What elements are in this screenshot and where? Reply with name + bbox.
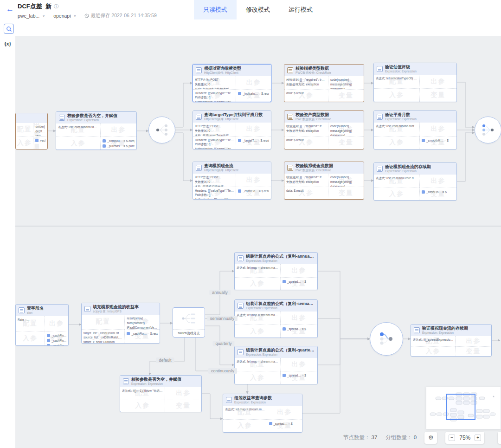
node-body: 配置表达式: use cn.hutool.core.date…出参入参变量_ca… [374,175,456,200]
tab-read-mode[interactable]: 只读模式 [194,0,237,19]
node-header-text: 验证模拟现金流的存续期Expression: Expression [385,164,431,173]
variable-tag: _smoothM… = $ [422,138,455,143]
quadrant-watermark: 变量 [328,90,364,102]
flow-node[interactable]: 组装收益率查询参数Expression: Expression配置表达式: le… [223,394,302,433]
flow-node[interactable]: 组装计算点差的公式（复利-quarterly）Expression: Expre… [234,346,318,384]
variable-tag: _cashFlo… = Duration [47,343,66,345]
flow-node[interactable]: 校验模拟现金流数据PWC数据校验: CheckRule配置校验规则: [{ "r… [284,162,364,200]
search-button[interactable] [4,24,14,34]
back-icon[interactable]: ← [6,5,14,14]
flow-node[interactable]: 验证模拟现金流的存续期Expression: Expression配置表达式: … [373,162,457,201]
flow-edge [457,133,475,182]
group-count: 分组数量：0 [385,434,417,441]
node-quadrant: 出参 [236,76,271,89]
node-quadrant: 变量_spread… = $ [280,325,317,338]
minimap-viewport[interactable] [446,394,475,420]
node-subtitle: HttpClient插件: HttpClient [204,169,238,172]
node-header-text: 验证估值评级Expression: Expression [385,65,417,73]
flow-edge [318,271,370,339]
zoom-out-button[interactable]: − [449,435,455,441]
flow-node[interactable]: 验证平滑月数Expression: Expression配置表达式: use c… [373,110,457,149]
node-quadrant: 变量_cashFlo… = $ [419,188,456,200]
flow-node[interactable]: 校验指标类型数据PWC数据校验: CheckRule配置校验规则: [{ "re… [284,64,364,102]
node-quadrant: 配置表达式: use com.alibaba.fastjson… [374,123,419,136]
flow-canvas[interactable]: 节点数量：37 分组数量：0 ⚙ − 75% + 配置出参umber)ge(st… [15,36,501,448]
quadrant-watermark: 出参 [236,123,271,136]
clock-icon [84,13,89,18]
canvas-toolbar [0,21,501,36]
node-quadrant: 入参 [374,136,419,149]
node-quadrant: 出参 [455,336,491,346]
flow-node[interactable]: 验证模拟现金流的存续期Expression: Expression配置表达式: … [411,324,492,357]
component-icon [238,303,244,309]
quadrant-watermark: 出参 [236,174,271,186]
merge-gateway[interactable] [370,322,403,356]
tab-run-mode[interactable]: 运行模式 [279,0,322,19]
variable-tag: _purchas… = $.purchase… [103,143,135,149]
flow-node[interactable]: 验证估值评级Expression: Expression配置表达式: let i… [373,63,457,102]
node-quadrant: 入参 [235,277,280,290]
node-header-text: 组装计算点差的公式（复利-semiannually）Expression: Ex… [246,301,315,310]
flow-edge [318,318,370,339]
flow-node[interactable]: 校验资产类型数据PWC数据校验: CheckRule配置校验规则: [{ "re… [284,110,364,149]
variable-tag: _cashFlo… = TotalCashF… [47,338,66,343]
node-quadrant: 出参 [419,75,456,88]
join-gateway[interactable] [475,117,501,143]
variable-icon [283,374,286,377]
quadrant-watermark: 入参 [223,420,267,432]
node-quadrant: 入参data: $.result [284,89,328,102]
minimap[interactable] [426,387,501,429]
node-header-text: 校验指标类型数据PWC数据校验: CheckRule [295,66,331,75]
node-header-text: 查询targetType并找到平滑月数HttpClient插件: HttpCli… [204,112,263,121]
node-header-text: 组装计算点差的公式（复利-annualy）Expression: Express… [246,254,315,263]
variable-icon [238,139,241,142]
component-icon [238,349,244,355]
node-quadrant: 变量_smoothM… = $ [419,136,456,149]
quadrant-watermark: 入参 [374,136,419,149]
quadrant-watermark: 变量 [420,89,456,102]
flow-node[interactable]: 查询targetType并找到平滑月数HttpClient插件: HttpCli… [193,110,271,149]
flow-node[interactable]: 配置出参umber)ge(string)ray)入参变量vestm… = _in… [15,113,48,149]
flow-node[interactable]: 组装计算点差的公式（复利-semiannually）Expression: Ex… [234,299,318,338]
node-title: 查询targetType并找到平滑月数 [204,112,263,117]
zoom-in-button[interactable]: + [475,435,481,441]
flow-edge [457,82,475,127]
node-subtitle: sion [27,311,44,315]
quadrant-watermark: 出参 [165,387,201,399]
variable-icon [103,139,106,143]
node-title: 填充模拟现金流的收益率 [93,305,139,310]
node-header: 校验指标类型数据PWC数据校验: CheckRule [284,65,364,76]
settings-button[interactable]: ⚙ [424,432,437,444]
node-subtitle: Expression: Expression [246,306,315,310]
flow-node[interactable]: 根据id查询指标类型HttpClient插件: HttpClient配置HTTP… [193,64,271,102]
node-header: 组装计算点差的公式（复利-quarterly）Expression: Expre… [235,346,317,358]
expression-panel-icon[interactable]: {x} [0,41,15,46]
node-subtitle: HttpClient插件: HttpClient [204,117,263,121]
node-header-text: 验证模拟现金流的存续期Expression: Expression [422,326,468,335]
node-title: 置字段名 [27,306,44,311]
flow-node[interactable]: 校验参数是否为空，并赋值Expression: Expression配置表达式:… [120,375,202,412]
quadrant-watermark: 变量 [328,187,364,199]
node-quadrant: 出参 [267,406,302,419]
quadrant-watermark: 入参 [374,188,419,200]
node-quadrant: 入参 [16,136,33,149]
workspace-select[interactable]: pwc_lab... [18,13,39,19]
info-icon[interactable]: ⓘ [54,3,58,10]
flow-node[interactable]: 查询模拟现金流HttpClient插件: HttpClient配置HTTP方法:… [193,162,271,200]
split-gateway[interactable] [148,117,175,143]
flow-node[interactable]: 校验参数是否为空，并赋值Expression: Expression配置表达式:… [56,111,137,150]
tab-edit-mode[interactable]: 修改模式 [237,0,279,19]
node-quadrant: 出参 [165,387,201,399]
switch-node[interactable]: switch流程分支 [173,307,205,338]
api-select[interactable]: openapi [53,13,71,19]
flow-node[interactable]: 置字段名sion配置Rate =…出参入参变量_cashFlo… = Inter… [15,304,69,346]
variable-tag: _cashFlo… = $.result [127,331,158,336]
flow-node[interactable]: 组装计算点差的公式（复利-annualy）Expression: Express… [234,252,318,290]
last-saved: 最近保存 2022-06-21 14:35:59 [84,13,156,19]
flow-node[interactable]: 填充模拟现金流的收益率scipy计算: InterpGPS配置出参result(… [81,303,160,344]
zoom-level: 75% [459,435,470,441]
component-icon [377,166,383,172]
fit-view-button[interactable] [498,432,501,444]
node-quadrant: 变量_indicato… = $.result.data [236,89,271,102]
node-quadrant: 入参 [120,400,165,412]
